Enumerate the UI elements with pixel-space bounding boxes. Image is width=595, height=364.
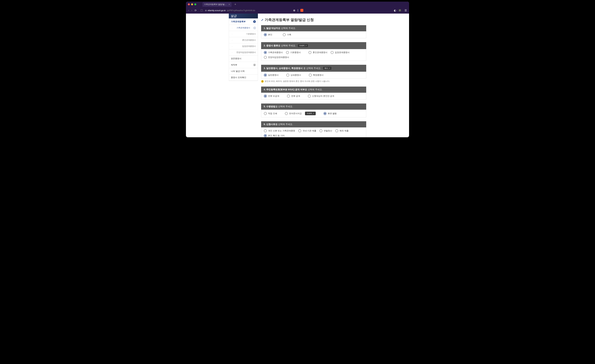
radio-print[interactable]: 직접 인쇄 <box>264 112 277 115</box>
radio-icon <box>324 112 326 115</box>
sidebar-item-jejeok[interactable]: 제적부 ▾ <box>229 62 258 68</box>
section-rrn-visibility: 4. 주민등록번호(뒷부분 6자리) 공개 여부를 선택해 주세요. 전부 비공… <box>261 87 366 100</box>
radio-icon <box>283 33 286 36</box>
radio-screen-view[interactable]: 화면 열람 <box>324 112 337 115</box>
browser-tab[interactable]: 가족관계등록부 열람/발급 신청 | 가 × <box>202 2 232 7</box>
external-link-icon: ↗ <box>305 45 306 47</box>
radio-cert-basic[interactable]: 기본증명서 <box>286 51 301 54</box>
sidebar-item-marriage-cert[interactable]: 혼인관계증명서 <box>229 37 258 43</box>
new-tab-button[interactable]: + <box>234 3 236 6</box>
radio-icon <box>331 51 333 54</box>
page-title: 가족관계등록부 열람/발급 신청 <box>261 17 366 22</box>
secure-icon: ⊜ <box>205 9 207 12</box>
radio-icon <box>335 129 338 132</box>
radio-domestic-submit[interactable]: 국내 기관 제출 <box>298 129 316 132</box>
example-button[interactable]: 예시↗ <box>323 66 332 70</box>
radio-overseas-submit[interactable]: 해외 제출 <box>335 129 349 132</box>
section-reason: 6. 신청사유를 선택해 주세요. 개인 신분 또는 가족관계증명 국내 기관 … <box>261 121 366 137</box>
radio-self[interactable]: 본인 <box>264 33 272 36</box>
section-receive-method: 5. 수령방법을 선택해 주세요. 직접 인쇄 전자문서지갑 자세히↗ 화면 열… <box>261 103 366 117</box>
url-path: /pt/PtFrrpReadIssTrgtInfoW.do <box>227 9 255 12</box>
search-icon[interactable]: ⊕ <box>293 9 295 12</box>
tab-title: 가족관계등록부 열람/발급 신청 | 가 <box>204 3 228 6</box>
help-icon: ? <box>261 80 264 83</box>
titlebar: 가족관계등록부 열람/발급 신청 | 가 × + <box>186 2 409 7</box>
sidebar-head-family[interactable]: 가족관계등록부 ▾ <box>229 19 258 25</box>
radio-icon <box>264 129 267 132</box>
radio-icon <box>298 129 301 132</box>
radio-icon <box>286 74 289 76</box>
radio-cert-adoption[interactable]: 입양관계증명서 <box>331 51 350 54</box>
radio-icon <box>264 33 267 36</box>
sidebar-item-basic-cert[interactable]: 기본증명서 <box>229 31 258 37</box>
menu-icon[interactable]: ☰ <box>404 9 407 12</box>
radio-cert-full-adoption[interactable]: 친양자입양관계증명서 <box>264 56 289 59</box>
radio-icon <box>285 112 288 115</box>
radio-icon <box>309 51 312 54</box>
separator: | <box>298 9 298 12</box>
sidebar-item-full-adoption-cert[interactable]: 친양자입양관계증명서 <box>229 49 258 55</box>
radio-ewallet[interactable]: 전자문서지갑 <box>285 112 302 115</box>
radio-specific[interactable]: 특정증명서 <box>309 74 324 76</box>
forward-button[interactable]: › <box>191 9 192 12</box>
radio-cert-marriage[interactable]: 혼인관계증명서 <box>309 51 327 54</box>
detail-button[interactable]: 자세히↗ <box>298 44 308 48</box>
tracker-count: 2 <box>398 9 401 12</box>
section-cert-type: 2. 증명서 종류를 선택해 주세요. 자세히↗ 가족관계증명서 기본증명서 혼… <box>261 42 366 61</box>
back-button[interactable]: ‹ <box>188 9 189 12</box>
section-header-5: 5. 수령방법을 선택해 주세요. <box>261 103 366 110</box>
radio-icon <box>308 95 311 97</box>
radio-show-self[interactable]: 신청대상자 본인만 공개 <box>308 95 334 97</box>
section-header-2: 2. 증명서 종류를 선택해 주세요. 자세히↗ <box>261 42 366 49</box>
section-header-3: 3. 일반증명서, 상세증명서, 특정증명서 중 선택해 주세요. 예시↗ <box>261 65 366 72</box>
radio-cert-family[interactable]: 가족관계증명서 <box>264 51 283 54</box>
url-input[interactable]: ⊜ efamily.scourt.go.kr/pt/PtFrrpReadIssT… <box>205 9 291 12</box>
sidebar-menu: 가족관계등록부 ▾ 가족관계증명서 ▸ 기본증명서 혼인관계증명서 입양관계증명… <box>229 18 258 81</box>
radio-year-end[interactable]: 연말정산 <box>319 129 332 132</box>
radio-icon <box>264 95 267 97</box>
radio-icon <box>264 112 267 115</box>
play-icon: ▸ <box>254 27 256 29</box>
radio-personal-id[interactable]: 개인 신분 또는 가족관계증명 <box>264 129 295 132</box>
url-domain: efamily.scourt.go.kr <box>208 9 226 12</box>
sidebar-banner: 발급 <box>229 14 258 18</box>
tracker-icon[interactable]: ◐ <box>394 9 396 12</box>
radio-hide-all[interactable]: 전부 비공개 <box>264 95 279 97</box>
section-target: 1. 발급 대상자를 선택해 주세요. 본인 가족 <box>261 25 366 38</box>
chevron-down-icon: ▾ <box>253 64 256 66</box>
section-detail-level: 3. 일반증명서, 상세증명서, 특정증명서 중 선택해 주세요. 예시↗ 일반… <box>261 65 366 83</box>
radio-icon <box>287 95 290 97</box>
bookmark-icon[interactable]: ☐ <box>200 9 203 12</box>
sidebar-item-adoption-cert[interactable]: 입양관계증명서 <box>229 43 258 49</box>
close-tab-icon[interactable]: × <box>229 3 230 6</box>
radio-general[interactable]: 일반증명서 <box>264 74 279 76</box>
radio-icon <box>319 129 322 132</box>
sidebar-item-family-cert[interactable]: 가족관계증명서 ▸ <box>229 25 258 31</box>
radio-icon <box>264 56 267 59</box>
maximize-window-button[interactable] <box>194 3 196 5</box>
radio-detailed[interactable]: 상세증명서 <box>286 74 301 76</box>
sidebar-item-verify[interactable]: 증명서 진위확인 <box>229 75 258 81</box>
close-window-button[interactable] <box>188 3 190 5</box>
section-header-4: 4. 주민등록번호(뒷부분 6자리) 공개 여부를 선택해 주세요. <box>261 87 366 93</box>
sidebar-item-english[interactable]: 영문증명서 <box>229 55 258 62</box>
url-bar: ‹ › ⟳ ☐ ⊜ efamily.scourt.go.kr/pt/PtFrrp… <box>186 7 409 14</box>
radio-icon <box>264 134 267 137</box>
radio-self-verify-other[interactable]: 본인 확인 등 기타 <box>264 134 284 137</box>
radio-icon <box>264 74 267 76</box>
radio-icon <box>286 51 289 54</box>
traffic-lights <box>188 3 196 5</box>
external-link-icon: ↗ <box>313 113 314 114</box>
radio-show-all[interactable]: 전부 공개 <box>287 95 300 97</box>
chevron-down-icon: ▾ <box>253 20 256 23</box>
minimize-window-button[interactable] <box>191 3 193 5</box>
section-header-6: 6. 신청사유를 선택해 주세요. <box>261 121 366 127</box>
section-header-1: 1. 발급 대상자를 선택해 주세요. <box>261 25 366 31</box>
sidebar-item-history[interactable]: 나의 발급 이력 <box>229 68 258 75</box>
radio-family[interactable]: 가족 <box>283 33 291 36</box>
reload-button[interactable]: ⟳ <box>194 9 197 12</box>
brave-shield-icon[interactable] <box>300 9 303 12</box>
detail-button-ewallet[interactable]: 자세히↗ <box>305 112 316 115</box>
radio-icon <box>309 74 312 76</box>
help-note: ? 본인과 부모, 배우자, 생존한 현재의 혼인 중의 자녀에 관한 사항이 … <box>261 80 366 83</box>
